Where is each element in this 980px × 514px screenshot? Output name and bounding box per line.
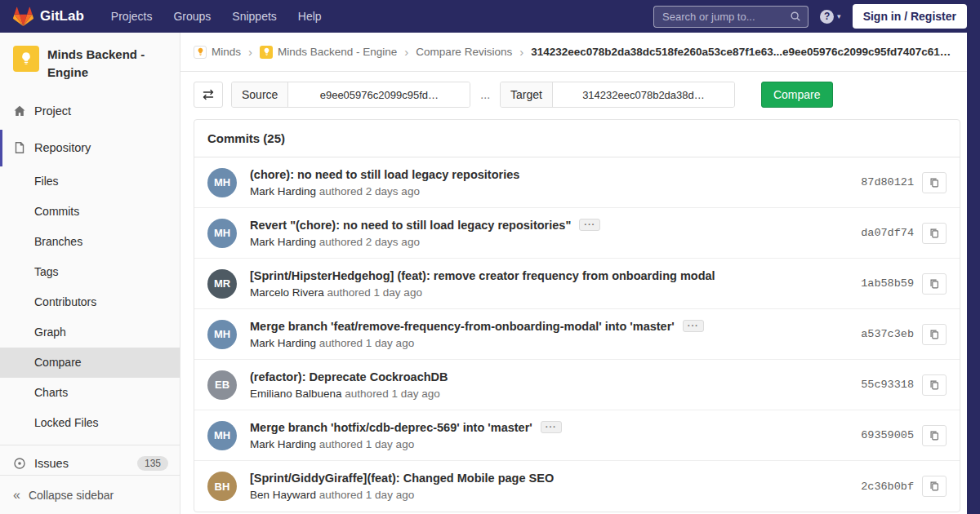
commit-author-link[interactable]: Marcelo Rivera	[250, 286, 324, 299]
commit-author-avatar[interactable]: MH	[207, 421, 237, 450]
commit-info: Merge branch 'feat/remove-frequency-from…	[250, 320, 848, 349]
breadcrumb-link-project[interactable]: Minds Backend - Engine	[260, 46, 397, 59]
nav-item-snippets[interactable]: Snippets	[221, 0, 287, 33]
scrollbar-strip[interactable]	[967, 0, 980, 514]
commit-author-avatar[interactable]: EB	[207, 370, 237, 400]
commit-author-link[interactable]: Mark Harding	[250, 185, 316, 197]
double-chevron-left-icon: «	[13, 489, 20, 502]
avatar-initials: MH	[214, 429, 230, 441]
navbar-menu: Projects Groups Snippets Help	[100, 0, 332, 33]
commit-title-link[interactable]: (chore): no need to still load legacy re…	[250, 168, 519, 181]
avatar-initials: MH	[214, 227, 230, 239]
commit-info: [Sprint/HipsterHedgehog] (feat): remove …	[250, 269, 848, 299]
copy-sha-button[interactable]	[922, 425, 947, 446]
commit-author-avatar[interactable]: MH	[207, 320, 237, 349]
commit-title-link[interactable]: Merge branch 'feat/remove-frequency-from…	[250, 320, 675, 333]
sidebar-item-compare[interactable]: Compare	[0, 348, 180, 378]
commit-author-link[interactable]: Mark Harding	[250, 337, 316, 349]
commit-title-link[interactable]: Revert "(chore): no need to still load l…	[250, 219, 571, 232]
commit-author-link[interactable]: Emiliano Balbuena	[250, 388, 342, 400]
breadcrumb-separator: ›	[519, 45, 523, 59]
commit-author-link[interactable]: Mark Harding	[250, 438, 316, 450]
nav-item-help[interactable]: Help	[287, 0, 332, 33]
commit-title-link[interactable]: [Sprint/GiddyGiraffe](feat): Changed Mob…	[250, 472, 554, 485]
sidebar-item-locked-files[interactable]: Locked Files	[0, 408, 180, 438]
commit-title-link[interactable]: Merge branch 'hotfix/cdb-deprec-569' int…	[250, 421, 532, 434]
nav-item-projects[interactable]: Projects	[100, 0, 163, 33]
commit-row: MH Revert "(chore): no need to still loa…	[194, 208, 960, 259]
copy-sha-button[interactable]	[922, 476, 947, 497]
commit-author-link[interactable]: Ben Hayward	[250, 489, 316, 501]
breadcrumb-link-minds[interactable]: Minds	[194, 46, 241, 59]
question-icon: ?	[820, 10, 834, 24]
commit-meta-text: authored 1 day ago	[319, 438, 414, 450]
global-search[interactable]	[653, 6, 808, 28]
commit-row: EB (refactor): Deprecate CockroachDB Emi…	[194, 360, 960, 410]
compare-button[interactable]: Compare	[761, 82, 833, 108]
commit-sha-link[interactable]: 2c36b0bf	[861, 481, 914, 493]
project-avatar	[13, 46, 39, 72]
copy-sha-button[interactable]	[922, 324, 947, 345]
sidebar-item-tags[interactable]: Tags	[0, 257, 180, 287]
sidebar-item-repository[interactable]: Repository	[0, 130, 180, 166]
copy-sha-button[interactable]	[922, 273, 947, 295]
commit-info: (chore): no need to still load legacy re…	[250, 168, 848, 197]
sidebar-item-label: Project	[34, 104, 71, 117]
expand-commit-button[interactable]: ···	[683, 320, 704, 332]
commit-row: MR [Sprint/HipsterHedgehog] (feat): remo…	[194, 259, 960, 309]
breadcrumb-link-compare-revisions[interactable]: Compare Revisions	[416, 46, 512, 58]
sidebar-item-project[interactable]: Project	[0, 93, 180, 130]
commit-sha-link[interactable]: 87d80121	[861, 176, 914, 188]
commit-author-avatar[interactable]: MH	[207, 168, 237, 197]
commit-sha-group: 69359005	[861, 425, 947, 446]
sidebar-item-files[interactable]: Files	[0, 166, 180, 197]
breadcrumb-separator: ›	[404, 45, 408, 59]
sidebar-item-contributors[interactable]: Contributors	[0, 287, 180, 317]
commit-sha-link[interactable]: a537c3eb	[861, 328, 914, 340]
nav-item-groups[interactable]: Groups	[163, 0, 221, 33]
sidebar-item-commits[interactable]: Commits	[0, 197, 180, 227]
copy-sha-button[interactable]	[922, 172, 947, 193]
commit-info: [Sprint/GiddyGiraffe](feat): Changed Mob…	[250, 472, 848, 501]
main-content: Minds › Minds Backend - Engine › Compare…	[180, 33, 967, 514]
gitlab-logo[interactable]: GitLab	[13, 7, 84, 27]
sign-in-register-button[interactable]: Sign in / Register	[853, 4, 967, 29]
clipboard-icon	[929, 481, 940, 492]
expand-commit-button[interactable]: ···	[579, 219, 600, 231]
project-avatar-icon	[260, 46, 273, 59]
commit-author-avatar[interactable]: BH	[207, 472, 237, 501]
sidebar-item-label: Issues	[34, 457, 69, 470]
breadcrumb-label: Compare Revisions	[416, 46, 512, 58]
search-input[interactable]	[661, 10, 790, 24]
collapse-sidebar-button[interactable]: « Collapse sidebar	[0, 475, 180, 514]
sidebar-item-graph[interactable]: Graph	[0, 317, 180, 348]
commit-sha-link[interactable]: 55c93318	[861, 379, 914, 391]
commit-author-avatar[interactable]: MR	[207, 269, 237, 299]
commit-sha-link[interactable]: da07df74	[861, 227, 914, 239]
commit-info: (refactor): Deprecate CockroachDB Emilia…	[250, 370, 848, 400]
clipboard-icon	[929, 278, 940, 290]
commit-sha-link[interactable]: 1ab58b59	[861, 277, 914, 290]
expand-commit-button[interactable]: ···	[541, 421, 562, 433]
sidebar-item-branches[interactable]: Branches	[0, 227, 180, 257]
copy-sha-button[interactable]	[922, 223, 947, 244]
breadcrumb-label: Minds Backend - Engine	[278, 46, 397, 58]
commit-list: MH (chore): no need to still load legacy…	[194, 157, 960, 512]
commit-sha-group: 87d80121	[861, 172, 947, 193]
copy-sha-button[interactable]	[922, 374, 947, 396]
commit-author-avatar[interactable]: MH	[207, 219, 237, 248]
commit-title-link[interactable]: (refactor): Deprecate CockroachDB	[250, 370, 448, 383]
commit-sha-link[interactable]: 69359005	[861, 429, 914, 441]
swap-revisions-button[interactable]	[194, 82, 223, 108]
source-ref-input[interactable]	[288, 82, 470, 107]
commit-author-link[interactable]: Mark Harding	[250, 236, 316, 248]
breadcrumb-current-sha-range: 314232eec078b2da38dc518fe260a53ce87f1e63…	[531, 46, 954, 58]
clipboard-icon	[929, 228, 940, 239]
swap-arrows-icon	[202, 88, 215, 101]
target-ref-input[interactable]	[553, 82, 734, 107]
sidebar-item-charts[interactable]: Charts	[0, 378, 180, 408]
commit-title-link[interactable]: [Sprint/HipsterHedgehog] (feat): remove …	[250, 269, 715, 282]
clipboard-icon	[929, 329, 940, 340]
help-dropdown[interactable]: ? ▾	[820, 10, 841, 24]
project-context-header[interactable]: Minds Backend - Engine	[0, 33, 180, 93]
